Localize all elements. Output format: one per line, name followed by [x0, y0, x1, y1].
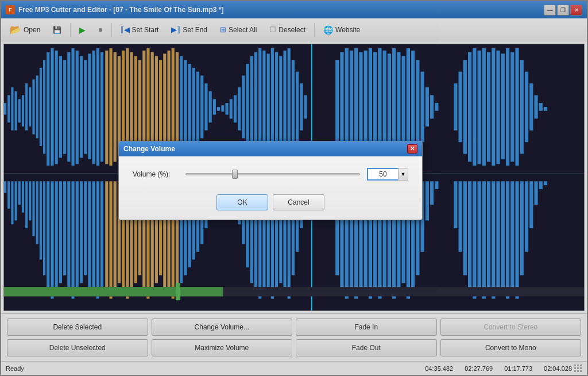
- ok-button[interactable]: OK: [216, 194, 268, 210]
- cancel-button[interactable]: Cancel: [273, 194, 324, 210]
- dialog-close-button[interactable]: ✕: [407, 144, 417, 154]
- volume-slider-track[interactable]: [185, 173, 360, 175]
- volume-label: Volume (%):: [133, 170, 179, 178]
- volume-input-field[interactable]: [367, 168, 398, 181]
- volume-slider-container: [185, 168, 360, 180]
- volume-slider-thumb[interactable]: [232, 170, 238, 179]
- volume-input-group: ▼: [367, 168, 408, 181]
- change-volume-dialog: Change Volume ✕ Volume (%): ▼ OK: [118, 141, 423, 220]
- modal-overlay: Change Volume ✕ Volume (%): ▼ OK: [0, 0, 588, 376]
- dialog-buttons: OK Cancel: [133, 194, 408, 210]
- volume-row: Volume (%): ▼: [133, 168, 408, 181]
- dialog-title: Change Volume: [123, 145, 175, 153]
- dialog-titlebar: Change Volume ✕: [119, 141, 422, 156]
- volume-dropdown-button[interactable]: ▼: [398, 168, 408, 181]
- dialog-body: Volume (%): ▼ OK Cancel: [119, 156, 422, 220]
